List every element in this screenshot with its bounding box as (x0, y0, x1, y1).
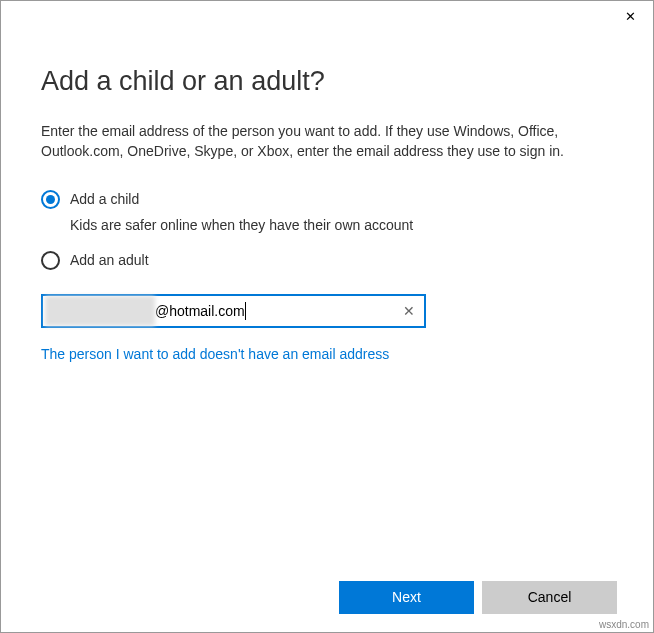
clear-icon: ✕ (403, 303, 415, 319)
radio-indicator-child (41, 190, 60, 209)
close-icon: ✕ (625, 9, 636, 24)
email-redacted-portion (45, 296, 155, 326)
no-email-link[interactable]: The person I want to add doesn't have an… (41, 346, 613, 362)
clear-input-button[interactable]: ✕ (394, 296, 424, 326)
radio-label-child: Add a child (70, 191, 139, 207)
email-input-wrapper[interactable]: @hotmail.com ✕ (41, 294, 426, 328)
radio-hint-child: Kids are safer online when they have the… (70, 217, 613, 233)
email-visible-text: @hotmail.com (155, 303, 245, 319)
radio-label-adult: Add an adult (70, 252, 149, 268)
dialog-footer: Next Cancel (1, 562, 653, 632)
titlebar: ✕ (1, 1, 653, 31)
text-caret (245, 302, 246, 320)
close-button[interactable]: ✕ (608, 1, 653, 31)
account-type-radio-group: Add a child Kids are safer online when t… (41, 190, 613, 270)
dialog-content: Add a child or an adult? Enter the email… (1, 31, 653, 562)
radio-add-child[interactable]: Add a child (41, 190, 613, 209)
radio-indicator-adult (41, 251, 60, 270)
radio-dot-icon (46, 195, 55, 204)
dialog-heading: Add a child or an adult? (41, 66, 613, 97)
attribution-text: wsxdn.com (599, 619, 649, 630)
dialog-description: Enter the email address of the person yo… (41, 121, 613, 162)
next-button[interactable]: Next (339, 581, 474, 614)
cancel-button[interactable]: Cancel (482, 581, 617, 614)
radio-add-adult[interactable]: Add an adult (41, 251, 613, 270)
